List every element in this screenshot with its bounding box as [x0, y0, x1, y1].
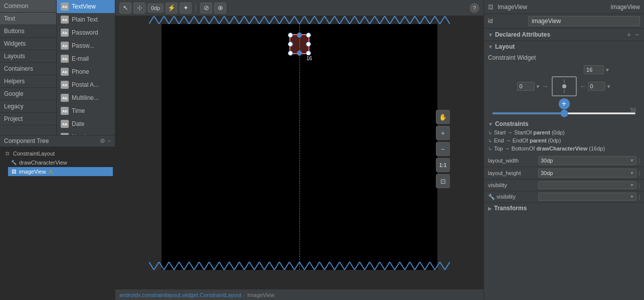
category-project[interactable]: Project	[0, 113, 56, 125]
status-current: ImageView	[247, 292, 274, 298]
remove-attr-btn[interactable]: −	[634, 31, 640, 39]
constraints-header[interactable]: ▼ Constraints	[488, 119, 640, 128]
connect-tool-btn[interactable]: ⚡	[166, 3, 178, 14]
plaintext-icon: Ab	[61, 16, 69, 24]
cursor-tool-btn[interactable]: ↖	[119, 3, 131, 14]
category-google[interactable]: Google	[0, 88, 56, 100]
category-common[interactable]: Common	[0, 0, 56, 13]
palette-item-plaintext[interactable]: Ab Plain Text	[57, 13, 115, 26]
fit-screen-btn[interactable]: ⊡	[436, 174, 450, 188]
status-path[interactable]: androidx.constraintlayout.widget.Constra…	[119, 292, 241, 298]
tree-item-drawcharacterview[interactable]: 🔧 drawCharacterView	[8, 158, 113, 167]
layout-width-arrow: ▼	[629, 158, 634, 163]
visibility-label-1: visibility	[488, 182, 538, 188]
cw-right-input[interactable]	[588, 82, 605, 91]
category-text[interactable]: Text	[0, 13, 56, 25]
cw-top-input[interactable]	[584, 65, 604, 74]
layout-height-select[interactable]: 30dp ▼	[538, 169, 636, 178]
tree-item-constraintlayout[interactable]: ⊡ ConstraintLayout	[2, 149, 113, 158]
design-toolbar: ↖ ⊹ 0dp ⚡ ✦ ⊘ ⊕ ?	[115, 0, 484, 16]
handle-tr[interactable]	[306, 33, 311, 38]
constraint2-icon: ↳	[488, 138, 492, 143]
palette-top: Common Text Buttons Widgets Layouts Cont…	[0, 0, 115, 135]
transforms-header[interactable]: ▶ Transforms	[484, 203, 644, 214]
layout-width-select[interactable]: 30dp ▼	[538, 156, 636, 165]
right-header-id: imageView	[611, 4, 640, 11]
status-separator: ›	[243, 292, 245, 298]
constraints-triangle: ▼	[488, 121, 493, 127]
category-layouts[interactable]: Layouts	[0, 50, 56, 63]
clear-constraints-btn[interactable]: ⊘	[200, 3, 212, 14]
palette-item-password[interactable]: Ab Password	[57, 26, 115, 39]
component-tree-collapse[interactable]: −	[107, 137, 111, 144]
palette-item-postal[interactable]: Ab Postal A...	[57, 78, 115, 91]
constraint-widget: ▼ ▼ →	[488, 65, 640, 115]
palette-item-phone[interactable]: Ab Phone	[57, 65, 115, 78]
cw-top-dropdown[interactable]: ▼	[605, 67, 610, 73]
category-helpers[interactable]: Helpers	[0, 75, 56, 88]
tree-item-imageview[interactable]: 🖼 imageView ⚠	[8, 167, 113, 176]
category-buttons[interactable]: Buttons	[0, 25, 56, 38]
visibility-select-1[interactable]: ▼	[538, 181, 636, 189]
palette-item-number[interactable]: Ab Number	[57, 130, 115, 135]
palette-item-multiline[interactable]: Ab Multiline...	[57, 91, 115, 104]
layout-width-row: layout_width 30dp ▼ |	[484, 155, 644, 167]
visibility-label-2: visibility	[497, 194, 516, 200]
visibility-select-2[interactable]: ▼	[538, 193, 636, 201]
palette-item-time[interactable]: Ab Time	[57, 104, 115, 117]
layout-width-lock: |	[638, 158, 640, 164]
right-header-title: ImageView	[498, 4, 607, 11]
visibility-label-2-container: 🔧 visibility	[488, 194, 538, 200]
cw-top-row: ▼	[488, 65, 640, 74]
layout-height-row: layout_height 30dp ▼ |	[484, 167, 644, 180]
fit-btn[interactable]: 1:1	[436, 158, 450, 172]
declared-attrs-header[interactable]: ▼ Declared Attributes + −	[484, 29, 644, 41]
auto-connect-btn[interactable]: ✦	[180, 3, 192, 14]
handle-ml[interactable]	[288, 42, 293, 47]
cw-right-arrow: ←	[580, 82, 587, 90]
constraint1-text: Start → StartOf parent (0dp)	[494, 129, 565, 135]
id-input[interactable]	[528, 16, 640, 26]
palette-item-textview[interactable]: Ab TextView	[57, 0, 115, 13]
constraint-row-3: ↳ Top → BottomOf drawCharacterView (16dp…	[488, 144, 640, 153]
layout-header[interactable]: ▼ Layout	[484, 41, 644, 52]
transforms-triangle: ▶	[488, 206, 492, 211]
declared-attrs-title: Declared Attributes	[495, 31, 626, 38]
canvas-right-tools: ✋ + − 1:1 ⊡	[436, 110, 450, 188]
component-tree-settings[interactable]: ⚙	[100, 137, 105, 144]
dp-value-btn[interactable]: 0dp	[147, 4, 164, 13]
infer-btn[interactable]: ⊕	[214, 3, 226, 14]
passwordmulti-icon: Ab	[61, 42, 69, 50]
cw-center-dot	[562, 84, 566, 88]
hand-tool-btn[interactable]: ✋	[436, 110, 450, 124]
handle-bc[interactable]	[297, 51, 302, 56]
zoom-out-btn[interactable]: −	[436, 142, 450, 156]
component-tree-items: ⊡ ConstraintLayout 🔧 drawCharacterView 🖼…	[0, 147, 115, 178]
cw-left-input[interactable]	[517, 82, 535, 91]
constraints-title: Constraints	[495, 120, 640, 127]
category-containers[interactable]: Containers	[0, 63, 56, 75]
handle-tc[interactable]	[297, 33, 302, 38]
add-attr-btn[interactable]: +	[626, 31, 632, 39]
imageview-widget[interactable]	[289, 34, 309, 54]
zoom-in-btn[interactable]: +	[436, 126, 450, 140]
help-btn[interactable]: ?	[469, 3, 479, 13]
center-panel: ↖ ⊹ 0dp ⚡ ✦ ⊘ ⊕ ?	[115, 0, 484, 300]
handle-bl[interactable]	[288, 51, 293, 56]
palette-item-passwordmulti[interactable]: Ab Passw...	[57, 39, 115, 52]
layout-width-label: layout_width	[488, 158, 538, 164]
cw-right-dropdown[interactable]: ▼	[606, 84, 611, 89]
constraint2-text: End → EndOf parent (0dp)	[494, 137, 561, 143]
palette-item-email[interactable]: Ab E-mail	[57, 52, 115, 65]
handle-mr[interactable]	[306, 42, 311, 47]
select-tool-btn[interactable]: ⊹	[133, 3, 145, 14]
cw-plus-btn[interactable]: +	[559, 98, 570, 109]
constraint-row-1: ↳ Start → StartOf parent (0dp)	[488, 128, 640, 136]
handle-tl[interactable]	[288, 33, 293, 38]
cw-left-dropdown[interactable]: ▼	[536, 84, 541, 89]
visibility-row-2: 🔧 visibility ▼ |	[484, 191, 644, 203]
category-legacy[interactable]: Legacy	[0, 100, 56, 113]
category-widgets[interactable]: Widgets	[0, 38, 56, 50]
palette-item-date[interactable]: Ab Date	[57, 117, 115, 130]
cw-slider[interactable]	[492, 112, 636, 114]
